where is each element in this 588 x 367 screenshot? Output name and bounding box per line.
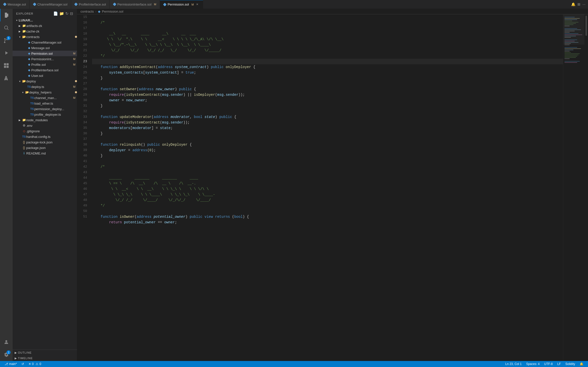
- sidebar-item-permission[interactable]: ◆ Permission.sol M: [13, 51, 77, 56]
- code-editor[interactable]: 15 16 17 18 19 20 21 22 23 24 25 26 27 2…: [77, 14, 563, 361]
- svg-point-5: [5, 26, 8, 29]
- encoding-label: UTF-8: [544, 362, 553, 366]
- activity-extensions[interactable]: [0, 59, 13, 72]
- svg-rect-25: [565, 32, 570, 33]
- sidebar-item-permissiondeploy[interactable]: TS permission_deploy...: [13, 106, 77, 112]
- project-name: LUNAR...: [19, 18, 33, 22]
- sol-icon: ◆: [27, 41, 31, 44]
- code-line-31: }: [92, 103, 563, 109]
- activity-bar: 5 1: [0, 9, 13, 361]
- svg-rect-42: [565, 56, 577, 56]
- activity-run-debug[interactable]: [0, 47, 13, 59]
- sidebar-item-loadether[interactable]: TS load_ether.ts: [13, 101, 77, 106]
- sidebar-item-profileinterface[interactable]: ◆ ProfileInterface.sol: [13, 67, 77, 73]
- sidebar-item-cache-zk[interactable]: ▶ 📁 cache-zk: [13, 28, 77, 34]
- cursor-position: Ln 23, Col 1: [505, 362, 522, 366]
- vertical-scrollbar[interactable]: [584, 14, 588, 361]
- status-errors[interactable]: ✕ 0 ⚠ 0: [26, 361, 43, 367]
- svg-rect-45: [565, 61, 580, 62]
- sidebar-item-channelmanager[interactable]: ◆ ChannelManager.sol: [13, 40, 77, 45]
- tab-permissioninterface-label: PermissionInterface.sol: [117, 3, 151, 6]
- code-line-37: [92, 136, 563, 142]
- close-tab-button[interactable]: ✕: [195, 3, 199, 7]
- sidebar-item-gitignore[interactable]: ◇ .gitignore: [13, 128, 77, 134]
- status-spaces[interactable]: Spaces: 4: [524, 361, 542, 367]
- tab-message[interactable]: Message.sol: [0, 0, 30, 9]
- line-num: 25: [77, 70, 87, 75]
- gear-icon: ⚙: [22, 124, 26, 127]
- activity-explorer[interactable]: [0, 9, 13, 21]
- sidebar-item-readme[interactable]: ℹ README.md: [13, 150, 77, 156]
- status-sync[interactable]: ↺: [19, 361, 26, 367]
- sidebar-item-deployhelpers[interactable]: ▾ 📂 deploy_helpers: [13, 89, 77, 95]
- line-num: 18: [77, 31, 87, 37]
- line-num: 45: [77, 181, 87, 186]
- line-num: 34: [77, 120, 87, 125]
- code-line-18: __\ __ ____ __\ __ ___: [92, 31, 563, 37]
- status-branch[interactable]: ⎇ main*: [3, 361, 19, 367]
- sidebar-item-user[interactable]: ◆ User.sol: [13, 73, 77, 78]
- sidebar-item-package[interactable]: {} package.json: [13, 145, 77, 150]
- line-num: 22: [77, 53, 87, 59]
- new-file-icon[interactable]: 📄: [53, 11, 58, 16]
- status-eol[interactable]: LF: [555, 361, 563, 367]
- layout-icon[interactable]: ⊞: [577, 2, 580, 6]
- sidebar-item-nodemodules[interactable]: ▶ 📁 node_modules: [13, 117, 77, 123]
- tab-permissioninterface[interactable]: PermissionInterface.sol M: [110, 0, 160, 9]
- activity-source-control[interactable]: 5: [0, 34, 13, 47]
- files-icon: [4, 12, 10, 18]
- sidebar-item-hardhat[interactable]: TS hardhat.config.ts: [13, 134, 77, 139]
- timeline-header[interactable]: ▶ TIMELINE: [13, 355, 77, 361]
- sidebar-item-profiledeployer[interactable]: TS profile_deployer.ts: [13, 112, 77, 117]
- sidebar-item-profile[interactable]: ◆ Profile.sol M: [13, 62, 77, 67]
- activity-account[interactable]: [0, 336, 13, 348]
- activity-testing[interactable]: [0, 72, 13, 84]
- code-line-19: \ \ \/ ".\ \ \ __< \ \ \ \ \_/\_A\ \/\ \…: [92, 37, 563, 42]
- breadcrumb-file[interactable]: Permission.sol: [102, 10, 123, 13]
- svg-rect-30: [565, 40, 577, 40]
- modified-m: M: [73, 57, 75, 60]
- sidebar-item-artifacts-zk[interactable]: ▶ 📁 artifacts-zk: [13, 23, 77, 28]
- status-language[interactable]: Solidity: [563, 361, 577, 367]
- code-line-48: \/_/ /_/ \/____/ \/_/\/_/ \/____/: [92, 197, 563, 203]
- breadcrumb-contracts[interactable]: contracts: [81, 10, 94, 13]
- new-folder-icon[interactable]: 📁: [59, 11, 64, 16]
- status-notifications[interactable]: 🔔: [578, 361, 585, 367]
- sidebar-project-root[interactable]: ▾ LUNAR...: [13, 17, 77, 23]
- collapse-icon[interactable]: ⊟: [70, 11, 73, 16]
- more-icon[interactable]: ···: [582, 2, 585, 6]
- activity-settings[interactable]: 1: [0, 348, 13, 361]
- outline-header[interactable]: ▶ OUTLINE: [13, 350, 77, 355]
- tab-profileinterface[interactable]: ProfileInterface.sol: [71, 0, 110, 9]
- line-num: 36: [77, 131, 87, 136]
- tab-permission[interactable]: Permission.sol M ✕: [160, 0, 203, 9]
- refresh-icon[interactable]: ↻: [65, 11, 69, 16]
- activity-search[interactable]: [0, 21, 13, 34]
- svg-rect-46: [565, 62, 577, 63]
- line-num: 15: [77, 14, 87, 20]
- sidebar-item-env[interactable]: ⚙ .env: [13, 123, 77, 128]
- line-num: 44: [77, 175, 87, 181]
- sidebar-item-message[interactable]: ◆ Message.sol: [13, 45, 77, 51]
- folder-icon: 📁: [22, 118, 26, 122]
- file-name: hardhat.config.ts: [26, 135, 77, 139]
- scrollbar-thumb[interactable]: [585, 16, 587, 36]
- sidebar-item-deploy[interactable]: ▾ 📂 deploy: [13, 78, 77, 84]
- svg-rect-27: [565, 35, 582, 35]
- sidebar-item-deployts[interactable]: TS deploy.ts M: [13, 84, 77, 89]
- sol-icon: ◆: [27, 74, 31, 77]
- sidebar-item-contracts[interactable]: ▾ 📂 contracts: [13, 34, 77, 40]
- status-cursor[interactable]: Ln 23, Col 1: [503, 361, 524, 367]
- tab-channelmanager[interactable]: ChannelManager.sol: [30, 0, 71, 9]
- sidebar-item-channelman[interactable]: TS channel_man... M: [13, 95, 77, 101]
- svg-rect-23: [565, 29, 581, 30]
- sidebar-item-packagelock[interactable]: {} package-lock.json: [13, 139, 77, 145]
- sidebar-item-permissionint[interactable]: ◆ PermissionInt... M: [13, 56, 77, 62]
- code-content[interactable]: /* __\ __ ____ __\ __ ___ \ \ \/ ".\ \ \…: [90, 14, 563, 361]
- line-num: 39: [77, 147, 87, 153]
- modified-m: M: [73, 85, 75, 88]
- chevron-right-icon: ▶: [18, 119, 22, 121]
- status-encoding[interactable]: UTF-8: [542, 361, 555, 367]
- eol-label: LF: [557, 362, 561, 366]
- notifications-icon[interactable]: 🔔: [571, 2, 575, 6]
